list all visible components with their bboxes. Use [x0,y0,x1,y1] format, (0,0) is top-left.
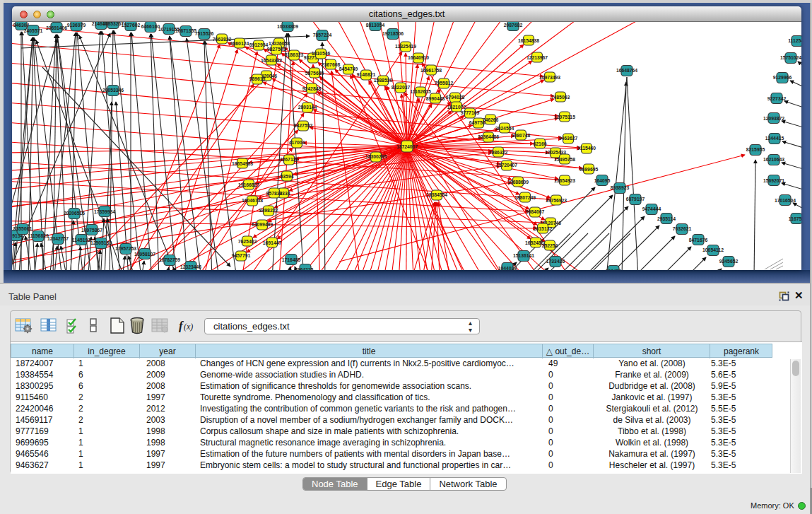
svg-text:18807249: 18807249 [514,195,536,200]
svg-text:15720407: 15720407 [496,163,517,168]
svg-text:2803144: 2803144 [298,105,317,110]
svg-text:6879197: 6879197 [626,197,645,201]
svg-text:2405571: 2405571 [24,28,43,33]
svg-text:8813054: 8813054 [366,23,385,28]
svg-text:8215955: 8215955 [746,147,765,152]
svg-text:16543382: 16543382 [261,58,282,63]
svg-text:9699695: 9699695 [579,167,599,172]
svg-text:116753: 116753 [789,216,801,221]
svg-text:9777169: 9777169 [461,110,480,115]
svg-text:16154838: 16154838 [518,38,539,43]
svg-text:11156829: 11156829 [28,233,49,238]
svg-text:9457791: 9457791 [232,253,251,258]
svg-text:9227342: 9227342 [767,96,787,101]
svg-text:9242848: 9242848 [302,86,322,91]
svg-text:9115460: 9115460 [577,146,596,151]
svg-text:8427552: 8427552 [294,123,313,128]
svg-text:20206516: 20206516 [64,211,85,216]
svg-text:1044023: 1044023 [498,266,517,270]
svg-text:2935114: 2935114 [657,216,676,221]
svg-text:9827509: 9827509 [267,47,286,52]
svg-text:846304: 846304 [13,23,30,28]
svg-text:8498222: 8498222 [259,208,278,213]
svg-text:16961758: 16961758 [420,68,442,73]
svg-text:10975867: 10975867 [81,228,102,233]
svg-text:17957253: 17957253 [115,246,136,251]
svg-text:15692071: 15692071 [763,178,784,183]
svg-text:17359934: 17359934 [94,209,115,214]
svg-text:20364486: 20364486 [478,134,499,139]
svg-text:8990448: 8990448 [426,96,445,101]
svg-text:857833: 857833 [266,191,283,196]
svg-text:9136979: 9136979 [67,23,86,28]
svg-text:16640910: 16640910 [408,55,429,60]
svg-text:9129966: 9129966 [773,75,792,80]
svg-text:19384554: 19384554 [426,192,447,197]
svg-text:252254: 252254 [542,243,558,248]
svg-text:8322037: 8322037 [392,85,411,90]
svg-text:964215: 964215 [298,267,314,270]
svg-text:1080748: 1080748 [512,133,531,138]
svg-text:8938923: 8938923 [611,185,630,190]
svg-text:10654112: 10654112 [702,247,724,252]
svg-text:2367608: 2367608 [322,62,341,67]
svg-text:3267130: 3267130 [280,157,299,162]
svg-text:12342757: 12342757 [47,236,69,241]
svg-text:7515526: 7515526 [195,31,214,36]
svg-text:1145192: 1145192 [72,238,90,243]
svg-text:9146821: 9146821 [357,72,376,77]
svg-text:10853267: 10853267 [102,22,124,26]
svg-text:1244415: 1244415 [765,136,784,141]
svg-text:7986322: 7986322 [489,150,508,155]
svg-text:10958107: 10958107 [134,252,155,257]
svg-text:15495758: 15495758 [554,157,575,162]
svg-text:1733426: 1733426 [546,259,565,264]
svg-text:3024554: 3024554 [495,126,514,131]
svg-text:417004: 417004 [289,140,305,145]
svg-text:64099489: 64099489 [252,222,273,227]
svg-text:53594: 53594 [281,174,294,179]
svg-text:7632621: 7632621 [673,226,692,231]
svg-text:989615: 989615 [249,76,266,81]
svg-text:16782759: 16782759 [159,257,180,262]
svg-text:16046738: 16046738 [242,198,263,203]
svg-text:164095: 164095 [594,178,611,183]
svg-text:1112543: 1112543 [788,38,801,43]
svg-text:17016504: 17016504 [775,198,796,203]
svg-text:1621072: 1621072 [447,105,466,110]
svg-text:11325419: 11325419 [395,44,416,49]
svg-text:15751024: 15751024 [780,55,801,60]
svg-text:18724007: 18724007 [396,144,418,149]
svg-text:12323446: 12323446 [180,264,201,269]
svg-text:7857224: 7857224 [313,33,332,37]
svg-text:1588520: 1588520 [374,78,393,83]
svg-text:7663822: 7663822 [213,37,232,42]
svg-text:19218506: 19218506 [382,31,404,36]
svg-text:13654923: 13654923 [554,178,575,183]
svg-text:5875685: 5875685 [305,71,324,76]
svg-text:10688609: 10688609 [507,180,529,185]
svg-text:7955812: 7955812 [435,81,454,86]
svg-text:6794028: 6794028 [446,95,465,100]
svg-text:10671355: 10671355 [175,28,196,33]
svg-text:992450: 992450 [606,269,622,270]
svg-text:8355061: 8355061 [13,226,33,231]
svg-text:1716485: 1716485 [282,257,301,262]
svg-text:8454749: 8454749 [339,66,358,71]
svg-text:(x): (x) [184,322,193,332]
svg-text:9860124: 9860124 [230,41,249,46]
svg-text:20053346: 20053346 [102,88,124,93]
svg-text:16210643: 16210643 [763,157,784,162]
svg-text:15136141: 15136141 [513,253,534,258]
svg-text:19756923: 19756923 [546,198,567,203]
svg-text:7485063: 7485063 [551,95,570,100]
svg-text:1810546: 1810546 [312,51,331,56]
svg-text:7625402: 7625402 [238,239,257,244]
svg-text:12505135: 12505135 [90,240,112,245]
svg-text:8471676: 8471676 [689,238,708,243]
svg-text:62160: 62160 [534,141,547,146]
svg-text:2087682: 2087682 [504,23,523,28]
svg-text:1615132: 1615132 [534,226,553,231]
svg-text:9474444: 9474444 [642,206,661,211]
svg-text:9245652: 9245652 [719,259,739,264]
